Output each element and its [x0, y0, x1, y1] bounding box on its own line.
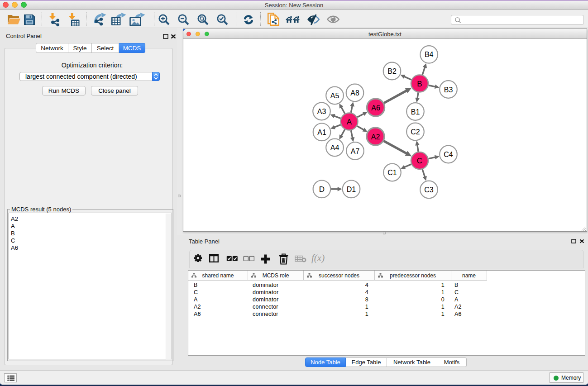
svg-text:B4: B4 [425, 51, 434, 58]
svg-text:B: B [417, 80, 422, 88]
svg-text:C2: C2 [411, 128, 420, 136]
svg-text:D1: D1 [347, 186, 356, 193]
svg-text:A6: A6 [371, 104, 380, 112]
svg-text:D: D [319, 185, 325, 194]
svg-text:A: A [347, 118, 352, 126]
svg-text:A8: A8 [350, 89, 359, 97]
svg-text:A5: A5 [330, 92, 339, 100]
svg-text:C1: C1 [387, 169, 397, 176]
svg-text:C: C [417, 157, 422, 165]
svg-text:A7: A7 [351, 148, 360, 155]
svg-text:A4: A4 [330, 144, 339, 152]
svg-text:B2: B2 [387, 67, 397, 75]
svg-text:B3: B3 [444, 86, 453, 94]
svg-text:C4: C4 [444, 151, 453, 158]
svg-text:A2: A2 [371, 133, 380, 141]
svg-text:C3: C3 [424, 186, 434, 194]
svg-text:A1: A1 [317, 129, 326, 136]
svg-text:A3: A3 [317, 108, 326, 115]
svg-text:B1: B1 [411, 108, 420, 116]
